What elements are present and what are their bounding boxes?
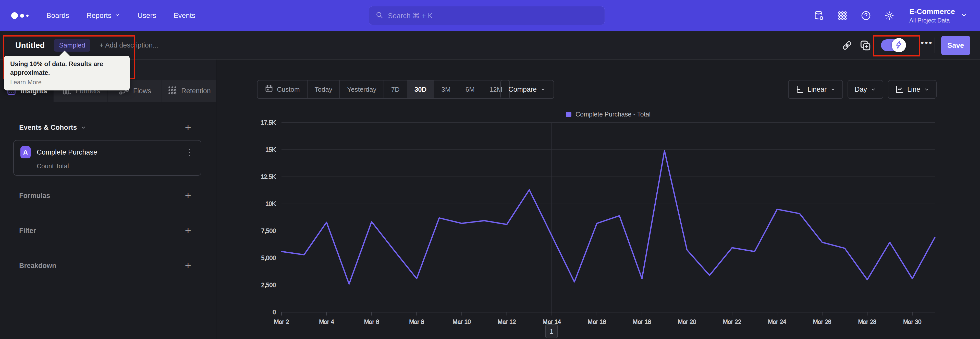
add-filter-button[interactable]: + [185,225,191,236]
search-input[interactable]: Search ⌘ + K [369,6,605,25]
svg-text:2,500: 2,500 [261,282,276,288]
svg-text:Mar 16: Mar 16 [588,318,606,325]
svg-text:12.5K: 12.5K [261,173,276,180]
svg-text:10K: 10K [266,200,276,207]
project-scope: All Project Data [909,17,955,24]
event-kebab-menu[interactable]: ⋮ [185,148,194,157]
help-icon[interactable] [860,10,872,21]
nav-item-events[interactable]: Events [173,11,196,20]
event-card[interactable]: A Complete Purchase ⋮ Count Total [13,140,201,176]
svg-text:Mar 12: Mar 12 [498,318,516,325]
svg-text:Mar 4: Mar 4 [319,318,334,325]
events-cohorts-heading[interactable]: Events & Cohorts [19,124,86,131]
lightning-bolt-icon [894,40,903,50]
project-switcher[interactable]: E-Commerce All Project Data [909,7,967,24]
project-name: E-Commerce [909,7,955,16]
nav-item-label: Users [138,11,156,20]
event-series-badge: A [21,146,30,158]
svg-text:5,000: 5,000 [261,255,276,261]
more-menu-button[interactable]: ••• [921,38,933,48]
save-button[interactable]: Save [941,36,970,55]
add-breakdown-button[interactable]: + [185,260,191,271]
svg-text:Mar 20: Mar 20 [678,318,696,325]
sampling-toggle-knob [892,38,906,52]
svg-text:Mar 24: Mar 24 [768,318,786,325]
svg-text:0: 0 [272,309,276,315]
retention-icon [167,85,177,98]
tab-label: Retention [181,87,211,95]
titlebar-divider [935,38,935,53]
add-to-board-icon[interactable] [859,40,871,51]
nav-item-reports[interactable]: Reports [86,11,120,20]
top-nav: Boards Reports Users Events Search ⌘ + K [0,0,980,31]
add-formula-button[interactable]: + [185,190,191,201]
learn-more-link[interactable]: Learn More [10,79,41,86]
tab-retention[interactable]: Retention [162,80,216,102]
breakdown-heading: Breakdown [19,262,56,270]
svg-text:17.5K: 17.5K [261,119,276,126]
chevron-down-icon [961,12,967,19]
svg-text:Mar 28: Mar 28 [858,318,877,325]
sidebar-body: Events & Cohorts + A Complete Purchase ⋮… [0,102,216,339]
search-icon [375,11,383,20]
settings-gear-icon[interactable] [884,10,895,21]
query-sidebar: Insights Funnels Flows [0,59,216,339]
filter-heading: Filter [19,227,36,235]
tab-label: Flows [133,87,151,95]
svg-text:Mar 18: Mar 18 [633,318,651,325]
event-aggregation[interactable]: Count Total [37,163,194,170]
tooltip-text: Using 10% of data. Results are approxima… [10,60,124,77]
svg-text:7,500: 7,500 [261,228,276,234]
add-event-button[interactable]: + [185,122,191,133]
chevron-down-icon [115,11,120,20]
line-chart: 02,5005,0007,50010K12.5K15K17.5KMar 2Mar… [216,59,980,339]
data-management-icon[interactable] [813,10,824,21]
svg-text:Mar 6: Mar 6 [364,318,379,325]
nav-item-boards[interactable]: Boards [46,11,69,20]
event-name[interactable]: Complete Purchase [37,149,97,156]
sampling-tooltip: Using 10% of data. Results are approxima… [4,56,130,90]
svg-text:15K: 15K [266,146,276,153]
formulas-heading: Formulas [19,192,50,200]
report-title[interactable]: Untitled [15,41,45,50]
nav-item-users[interactable]: Users [138,11,156,20]
svg-text:Mar 8: Mar 8 [409,318,424,325]
svg-text:Mar 30: Mar 30 [903,318,921,325]
pagination-page-1[interactable]: 1 [545,325,558,338]
nav-item-label: Reports [86,11,111,20]
page-number: 1 [550,328,553,336]
nav-item-label: Boards [46,11,69,20]
svg-text:Mar 2: Mar 2 [274,318,289,325]
search-placeholder: Search ⌘ + K [388,11,433,20]
svg-text:Mar 10: Mar 10 [452,318,471,325]
add-description-button[interactable]: + Add description... [100,42,158,49]
svg-text:Mar 26: Mar 26 [813,318,832,325]
svg-text:Mar 22: Mar 22 [723,318,741,325]
sampling-toggle[interactable] [881,39,905,51]
sampled-badge[interactable]: Sampled [54,39,90,51]
copy-link-icon[interactable] [841,40,853,51]
apps-grid-icon[interactable] [837,10,848,21]
nav-item-label: Events [173,11,196,20]
nav-right-cluster: E-Commerce All Project Data [813,0,967,31]
events-cohorts-label: Events & Cohorts [19,124,77,131]
chevron-down-icon [81,125,86,130]
report-title-bar: Untitled Sampled + Add description... [0,31,980,59]
mixpanel-logo-icon[interactable] [11,12,29,19]
chart-panel: Custom Today Yesterday 7D 30D 3M 6M 12M … [216,59,980,339]
